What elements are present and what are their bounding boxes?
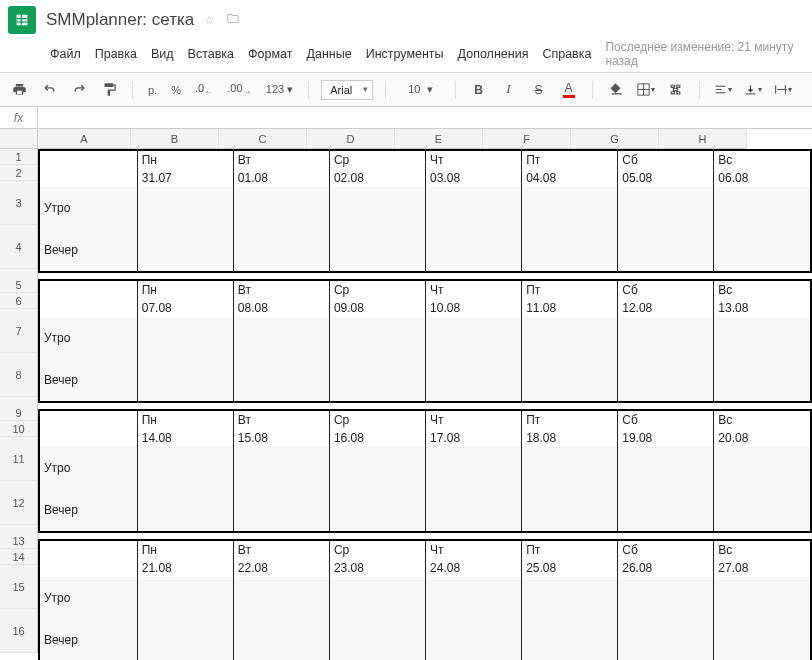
cell[interactable] <box>40 559 137 577</box>
cell[interactable] <box>522 187 618 229</box>
cell[interactable] <box>137 229 233 271</box>
redo-icon[interactable] <box>68 79 90 101</box>
cell[interactable] <box>426 619 522 660</box>
row-header[interactable]: 2 <box>0 165 38 181</box>
cell[interactable] <box>40 151 137 169</box>
halign-button[interactable]: ▾ <box>712 79 734 101</box>
cell[interactable] <box>329 577 425 619</box>
day-header-cell[interactable]: Сб <box>618 281 714 299</box>
date-cell[interactable]: 10.08 <box>426 299 522 317</box>
cell[interactable] <box>618 619 714 660</box>
row-header[interactable]: 12 <box>0 481 38 525</box>
col-header[interactable]: E <box>395 129 483 149</box>
day-header-cell[interactable]: Чт <box>426 411 522 429</box>
cell[interactable] <box>714 577 810 619</box>
date-cell[interactable]: 27.08 <box>714 559 810 577</box>
cell[interactable] <box>618 229 714 271</box>
col-header[interactable]: F <box>483 129 571 149</box>
cell[interactable] <box>137 447 233 489</box>
font-family-select[interactable]: Arial <box>321 80 373 100</box>
cell[interactable] <box>40 429 137 447</box>
day-header-cell[interactable]: Ср <box>329 151 425 169</box>
undo-icon[interactable] <box>38 79 60 101</box>
row-header[interactable]: 1 <box>0 149 38 165</box>
cell[interactable] <box>618 489 714 531</box>
day-header-cell[interactable]: Вс <box>714 541 810 559</box>
day-header-cell[interactable]: Вт <box>233 541 329 559</box>
day-header-cell[interactable]: Пт <box>522 541 618 559</box>
number-format[interactable]: 123 ▾ <box>263 83 296 96</box>
wrap-button[interactable]: ▾ <box>772 79 794 101</box>
day-header-cell[interactable]: Сб <box>618 151 714 169</box>
cell[interactable] <box>426 447 522 489</box>
day-header-cell[interactable]: Сб <box>618 541 714 559</box>
date-cell[interactable]: 26.08 <box>618 559 714 577</box>
strike-button[interactable]: S <box>528 79 550 101</box>
cell[interactable] <box>329 619 425 660</box>
cell[interactable] <box>329 359 425 401</box>
cell[interactable] <box>714 229 810 271</box>
date-cell[interactable]: 23.08 <box>329 559 425 577</box>
morning-label-cell[interactable]: Утро <box>40 447 137 489</box>
day-header-cell[interactable]: Пт <box>522 411 618 429</box>
font-size-select[interactable]: 10 ▾ <box>398 83 442 96</box>
cell[interactable] <box>233 317 329 359</box>
menu-insert[interactable]: Вставка <box>188 47 234 61</box>
date-cell[interactable]: 22.08 <box>233 559 329 577</box>
col-header[interactable]: B <box>131 129 219 149</box>
cell[interactable] <box>233 447 329 489</box>
cell[interactable] <box>522 317 618 359</box>
cell[interactable] <box>40 541 137 559</box>
day-header-cell[interactable]: Вс <box>714 281 810 299</box>
row-header[interactable]: 6 <box>0 293 38 309</box>
date-cell[interactable]: 09.08 <box>329 299 425 317</box>
cell[interactable] <box>426 489 522 531</box>
italic-button[interactable]: I <box>498 79 520 101</box>
date-cell[interactable]: 18.08 <box>522 429 618 447</box>
cell[interactable] <box>40 299 137 317</box>
row-header[interactable]: 13 <box>0 533 38 549</box>
move-folder-icon[interactable] <box>225 12 241 29</box>
cell[interactable] <box>522 489 618 531</box>
cell[interactable] <box>137 619 233 660</box>
menu-file[interactable]: Файл <box>50 47 81 61</box>
cell[interactable] <box>618 317 714 359</box>
text-color-button[interactable]: А <box>558 79 580 101</box>
cell[interactable] <box>714 619 810 660</box>
date-cell[interactable]: 25.08 <box>522 559 618 577</box>
day-header-cell[interactable]: Пт <box>522 151 618 169</box>
date-cell[interactable]: 15.08 <box>233 429 329 447</box>
paint-format-icon[interactable] <box>98 79 120 101</box>
row-header[interactable]: 3 <box>0 181 38 225</box>
cell[interactable] <box>522 577 618 619</box>
day-header-cell[interactable]: Ср <box>329 281 425 299</box>
day-header-cell[interactable]: Вт <box>233 151 329 169</box>
date-cell[interactable]: 21.08 <box>137 559 233 577</box>
day-header-cell[interactable]: Пн <box>137 151 233 169</box>
increase-decimal[interactable]: .00→ <box>224 82 254 97</box>
print-icon[interactable] <box>8 79 30 101</box>
morning-label-cell[interactable]: Утро <box>40 577 137 619</box>
cell[interactable] <box>426 359 522 401</box>
currency-format[interactable]: р. <box>145 84 160 96</box>
col-header[interactable]: G <box>571 129 659 149</box>
formula-input[interactable] <box>38 107 812 128</box>
day-header-cell[interactable]: Пн <box>137 281 233 299</box>
date-cell[interactable]: 14.08 <box>137 429 233 447</box>
menu-tools[interactable]: Инструменты <box>366 47 444 61</box>
day-header-cell[interactable]: Чт <box>426 151 522 169</box>
row-header[interactable]: 7 <box>0 309 38 353</box>
cell[interactable] <box>329 229 425 271</box>
cell[interactable] <box>714 317 810 359</box>
decrease-decimal[interactable]: .0← <box>192 82 216 97</box>
row-header[interactable]: 10 <box>0 421 38 437</box>
date-cell[interactable]: 06.08 <box>714 169 810 187</box>
merge-button[interactable] <box>665 79 687 101</box>
col-header[interactable]: A <box>38 129 131 149</box>
cell[interactable] <box>618 187 714 229</box>
cell[interactable] <box>618 577 714 619</box>
cell[interactable] <box>137 187 233 229</box>
row-header[interactable]: 11 <box>0 437 38 481</box>
percent-format[interactable]: % <box>168 84 184 96</box>
date-cell[interactable]: 08.08 <box>233 299 329 317</box>
